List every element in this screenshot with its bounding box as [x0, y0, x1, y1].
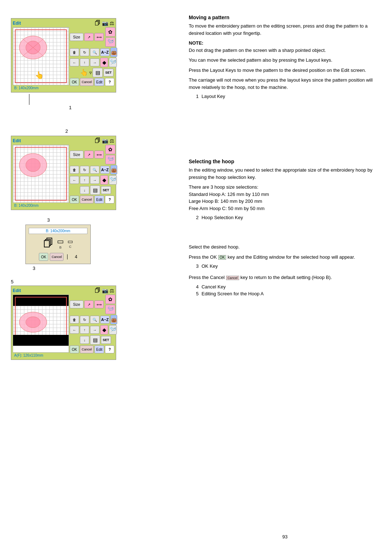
- ok-btn-1[interactable]: OK: [70, 78, 79, 86]
- resize-btn-5[interactable]: ↗: [84, 300, 94, 308]
- question-btn-1[interactable]: ?: [105, 78, 114, 86]
- icon-cloth5[interactable]: 🪡: [109, 325, 117, 335]
- section1-para2: You can move the selected pattern also b…: [189, 57, 381, 64]
- section2-para1: In the editing window, you need to selec…: [189, 167, 381, 181]
- page-container: Edit 🗍 📷 ⚖: [0, 0, 392, 554]
- hoop-b-option[interactable]: ▭ B: [57, 237, 64, 249]
- resize-btn-2[interactable]: ↗: [84, 151, 94, 159]
- az-btn-2[interactable]: A~Z: [100, 166, 110, 174]
- cancel-key-inline: Cancel: [226, 276, 239, 280]
- hoop-c-option[interactable]: ▭ C: [68, 238, 73, 249]
- icon-flower[interactable]: ✿: [105, 27, 115, 37]
- diagram5-number: 5: [11, 279, 13, 284]
- ok-btn-5[interactable]: OK: [70, 345, 79, 353]
- icon-layer2[interactable]: ▤: [90, 185, 100, 195]
- trash-btn-1[interactable]: 🗑: [70, 48, 79, 56]
- icon-sewing5[interactable]: 🪡: [105, 305, 115, 314]
- set-btn-5[interactable]: SET: [101, 336, 111, 344]
- canvas-footer-5: A(F): 126x110mm: [13, 353, 69, 358]
- set-btn-1[interactable]: SET: [103, 69, 114, 77]
- section2-hoop-b: Large Hoop B: 140 mm by 200 mm: [189, 198, 262, 204]
- flip-btn-5[interactable]: ⟺: [94, 300, 104, 308]
- rotate-btn-5[interactable]: ↻: [80, 316, 89, 324]
- size-btn-2[interactable]: Size: [70, 151, 83, 159]
- icon-diamond5[interactable]: ◆: [100, 325, 108, 335]
- flip-btn-1[interactable]: ⟺: [94, 33, 104, 41]
- hoop-ok-btn[interactable]: OK: [39, 253, 48, 261]
- az-btn-5[interactable]: A~Z: [100, 316, 110, 324]
- rotate-btn-2[interactable]: ↻: [80, 166, 89, 174]
- up-btn-5[interactable]: ↑: [80, 326, 89, 334]
- callout1: 1 Layout Key: [196, 94, 381, 99]
- diagram3-num-label: 3: [33, 266, 178, 271]
- callout4: 4 Cancel Key: [196, 284, 381, 290]
- zoom-btn-2[interactable]: 🔍: [90, 166, 99, 174]
- zoom-btn-5[interactable]: 🔍: [90, 316, 99, 324]
- ok-key-inline: OK: [218, 255, 226, 260]
- canvas-area-2: [13, 145, 69, 203]
- edit-label-1: Edit: [13, 21, 21, 26]
- trash-btn-2[interactable]: 🗑: [70, 166, 79, 174]
- hoop-dialog-footer: OK Cancel 4: [29, 253, 87, 261]
- hoop-cancel-btn[interactable]: Cancel: [50, 253, 64, 261]
- up-btn-2[interactable]: ↑: [80, 176, 89, 184]
- icon-sewing[interactable]: 🪡: [105, 37, 115, 47]
- icon-diamond1[interactable]: ◆: [100, 58, 108, 67]
- up-btn-1[interactable]: ↑: [80, 58, 89, 66]
- icon-flower5[interactable]: ✿: [105, 295, 115, 304]
- icon-sewing2[interactable]: 🪡: [105, 155, 115, 164]
- flip-btn-2[interactable]: ⟺: [94, 151, 104, 159]
- icon-bag2[interactable]: 👜: [110, 165, 117, 175]
- canvas-area-5: [13, 295, 69, 353]
- left-column: Edit 🗍 📷 ⚖: [11, 15, 178, 539]
- trash-btn-5[interactable]: 🗑: [70, 316, 79, 324]
- az-btn-1[interactable]: A~Z: [100, 48, 110, 56]
- edit-label-5: Edit: [13, 288, 21, 293]
- icon-bag5[interactable]: 👜: [110, 315, 117, 324]
- cancel-btn-2[interactable]: Cancel: [80, 196, 94, 204]
- ok-btn-2[interactable]: OK: [70, 196, 79, 204]
- icon-layer1[interactable]: ▤: [93, 68, 103, 77]
- edit-label-2: Edit: [13, 138, 21, 143]
- callout1-label: 1: [196, 94, 199, 99]
- icon-diamond2[interactable]: ◆: [100, 175, 108, 185]
- edit-btn-1[interactable]: Edit: [94, 78, 104, 86]
- icon-flower2[interactable]: ✿: [105, 145, 115, 154]
- right-btn-1[interactable]: →: [90, 58, 99, 66]
- icon-bag1[interactable]: 👜: [110, 48, 117, 57]
- screen5-wrapper: 5 Edit 🗍 📷 ⚖: [11, 286, 178, 360]
- section2-para4: Press the OK OK key and the Editing wind…: [189, 254, 381, 261]
- icon-cloth2[interactable]: 🪡: [109, 175, 117, 185]
- callout2-text: Hoop Selection Key: [201, 215, 243, 220]
- icon-layer5[interactable]: ▤: [90, 335, 100, 345]
- resize-btn-1[interactable]: ↗: [84, 33, 94, 41]
- callout5-label: 5: [196, 291, 199, 296]
- screen2-wrapper: 2 Edit 🗍 📷 ⚖: [11, 136, 178, 210]
- zoom-btn-1[interactable]: 🔍: [90, 48, 99, 56]
- edit-btn-2[interactable]: Edit: [94, 196, 104, 204]
- left-btn-1[interactable]: ←: [70, 58, 79, 66]
- callout5: 5 Editing Screen for the Hoop A: [196, 291, 381, 296]
- icon-cloth1[interactable]: 🪡: [109, 58, 117, 67]
- size-btn-5[interactable]: Size: [70, 300, 83, 308]
- right-btn-5[interactable]: →: [90, 326, 99, 334]
- down-btn-5[interactable]: ↓: [80, 336, 89, 344]
- section1-para4: The carriage will not move when you pres…: [189, 77, 381, 91]
- left-btn-5[interactable]: ←: [70, 326, 79, 334]
- rotate-btn-1[interactable]: ↻: [80, 48, 89, 56]
- down-btn-2[interactable]: ↓: [80, 186, 89, 194]
- question-btn-2[interactable]: ?: [105, 196, 114, 204]
- right-btn-2[interactable]: →: [90, 176, 99, 184]
- cancel-btn-5[interactable]: Cancel: [80, 345, 94, 353]
- callout3-text: OK Key: [201, 263, 218, 269]
- left-btn-2[interactable]: ←: [70, 176, 79, 184]
- callout4-text: Cancel Key: [201, 284, 225, 290]
- cancel-btn-1[interactable]: Cancel: [80, 78, 94, 86]
- set-btn-2[interactable]: SET: [101, 186, 111, 194]
- size-btn-1[interactable]: Size: [70, 33, 83, 41]
- diagram3-number: 3: [47, 217, 50, 223]
- page-number: 93: [189, 534, 381, 539]
- section2-para5: Press the Cancel Cancel key to return to…: [189, 274, 381, 281]
- edit-btn-5[interactable]: Edit: [94, 345, 104, 353]
- question-btn-5[interactable]: ?: [105, 345, 114, 353]
